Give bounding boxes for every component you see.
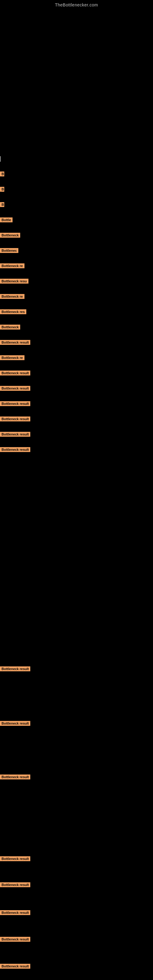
bottleneck-label-12: Bottleneck result (0, 340, 30, 345)
bottleneck-label-27: Bottleneck result (0, 964, 30, 969)
bottleneck-label-1: B (0, 172, 4, 177)
bottleneck-label-11: Bottleneck (0, 325, 20, 329)
cursor-line (0, 156, 1, 162)
bottleneck-label-21: Bottleneck result (0, 721, 30, 726)
bottleneck-label-17: Bottleneck result (0, 417, 30, 422)
bottleneck-label-23: Bottleneck result (0, 856, 30, 861)
bottleneck-label-16: Bottleneck result (0, 401, 30, 406)
bottleneck-label-5: Bottleneck (0, 233, 20, 238)
bottleneck-label-25: Bottleneck result (0, 910, 30, 915)
bottleneck-label-15: Bottleneck result (0, 386, 30, 391)
bottleneck-label-22: Bottleneck result (0, 775, 30, 780)
bottleneck-label-3: B (0, 202, 4, 207)
bottleneck-label-19: Bottleneck result (0, 447, 30, 452)
bottleneck-label-9: Bottleneck re (0, 294, 24, 299)
bottleneck-label-10: Bottleneck res (0, 309, 26, 314)
bottleneck-label-24: Bottleneck result (0, 882, 30, 887)
bottleneck-label-26: Bottleneck result (0, 937, 30, 942)
bottleneck-label-4: Bottle (0, 218, 13, 222)
site-title: TheBottlenecker.com (0, 0, 153, 7)
bottleneck-label-6: Bottlenec (0, 248, 18, 253)
bottleneck-label-7: Bottleneck re (0, 263, 24, 268)
bottleneck-label-18: Bottleneck result (0, 432, 30, 437)
bottleneck-label-14: Bottleneck result (0, 371, 30, 375)
bottleneck-label-13: Bottleneck re (0, 355, 24, 360)
bottleneck-label-2: B (0, 187, 4, 192)
bottleneck-label-8: Bottleneck resu (0, 279, 29, 283)
bottleneck-label-20: Bottleneck result (0, 667, 30, 671)
